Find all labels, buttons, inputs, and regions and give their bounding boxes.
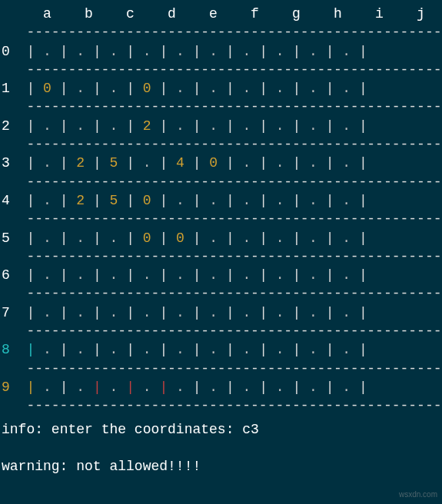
game-grid: a b c d e f g h i j --------------------… <box>0 0 442 416</box>
warning-text: not allowed!!!! <box>76 459 201 474</box>
watermark: wsxdn.com <box>399 489 437 500</box>
info-label: info: <box>2 422 43 437</box>
info-text: enter the coordinates: <box>52 422 234 437</box>
warning-label: warning: <box>2 459 68 474</box>
coordinate-input[interactable]: c3 <box>242 422 259 437</box>
